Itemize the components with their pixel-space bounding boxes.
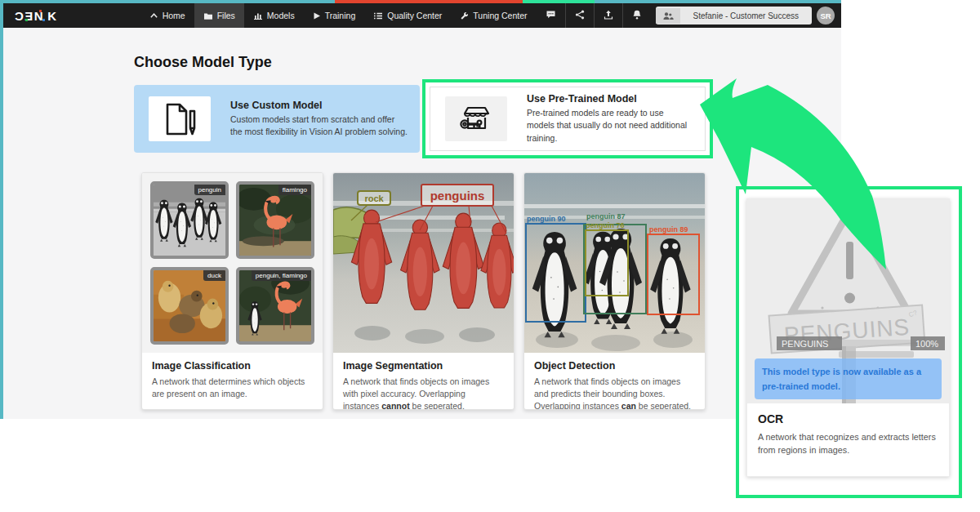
- penguins-label: penguins: [430, 189, 485, 203]
- denk-logo[interactable]: ƆƎNK: [3, 3, 69, 28]
- nav-label: Home: [163, 11, 185, 20]
- avatar[interactable]: SR: [817, 7, 835, 24]
- object-detection-card[interactable]: penguin 90 penguin 87 penguin 76 penguin…: [523, 172, 706, 410]
- nav-item-home[interactable]: Home: [140, 3, 194, 28]
- thumb-label: duck: [203, 270, 225, 281]
- classification-thumbnails: penguin flamingo: [142, 173, 323, 353]
- thumb-duck: duck: [150, 267, 229, 345]
- ocr-confidence-label: 100%: [915, 339, 938, 349]
- speech-bubble-icon: [546, 8, 556, 23]
- segmentation-desc: A network that finds objects on images w…: [343, 376, 504, 410]
- thumb-label: flamingo: [278, 185, 311, 195]
- segmentation-title: Image Segmentation: [343, 360, 504, 372]
- top-navbar: ƆƎNK Home Files Models: [3, 3, 841, 28]
- nav-label: Files: [217, 11, 235, 20]
- detection-box-label: penguin 89: [649, 225, 688, 234]
- classification-desc: A network that determines which objects …: [152, 376, 313, 400]
- ocr-desc: A network that recognizes and extracts l…: [758, 430, 938, 456]
- notifications-button[interactable]: [622, 3, 651, 28]
- logo-dot-green: [25, 19, 28, 21]
- upload-icon: [604, 8, 613, 23]
- nav-item-models[interactable]: Models: [244, 3, 304, 28]
- folder-icon: [203, 11, 213, 20]
- upload-button[interactable]: [594, 3, 622, 28]
- thumb-label: penguin: [194, 185, 225, 195]
- ocr-result-label: PENGUINS: [782, 339, 828, 349]
- thumb-flamingo: flamingo: [236, 181, 314, 259]
- nav-label: Training: [325, 11, 356, 20]
- users-icon: [656, 8, 680, 24]
- pretrained-card-title: Use Pre-Trained Model: [527, 93, 693, 105]
- custom-card-text: Use Custom Model Custom models start fro…: [230, 100, 420, 138]
- pretrained-card-desc: Pre-trained models are ready to use mode…: [527, 107, 693, 145]
- bar-chart-icon: [253, 11, 263, 20]
- use-pretrained-model-card[interactable]: Use Pre-Trained Model Pre-trained models…: [430, 87, 706, 151]
- logo-letter: K: [47, 9, 57, 23]
- wrench-icon: [460, 11, 469, 20]
- user-badge[interactable]: Stefanie - Customer Success: [656, 7, 813, 24]
- nav-item-tuning-center[interactable]: Tuning Center: [451, 3, 536, 28]
- pretrained-card-text: Use Pre-Trained Model Pre-trained models…: [527, 93, 705, 145]
- bell-icon: [632, 8, 642, 23]
- document-pencil-icon: [149, 96, 211, 141]
- thumb-penguin: penguin: [150, 181, 229, 259]
- thumb-label: penguin, flamingo: [252, 270, 311, 281]
- ocr-banner: This model type is now available as a pr…: [755, 358, 942, 399]
- segmentation-illustration: rock penguins: [333, 173, 514, 353]
- top-red-segment: [335, 0, 523, 3]
- logo-dot-red: [39, 10, 42, 12]
- detection-text: Object Detection A network that finds ob…: [524, 353, 705, 410]
- page: ƆƎNK Home Files Models: [0, 0, 980, 512]
- nav-label: Models: [267, 11, 295, 20]
- use-custom-model-card[interactable]: Use Custom Model Custom models start fro…: [134, 85, 420, 153]
- page-title: Choose Model Type: [134, 54, 272, 71]
- image-segmentation-card[interactable]: rock penguins Image Segmentation A netwo…: [332, 172, 514, 410]
- feedback-button[interactable]: [537, 3, 565, 28]
- image-classification-card[interactable]: penguin flamingo: [141, 172, 323, 410]
- ocr-illustration: PENGUINS C? PENGUINS 100% This model typ…: [747, 199, 949, 403]
- model-type-cards: penguin flamingo: [141, 172, 706, 410]
- nav-label: Tuning Center: [473, 11, 527, 20]
- ocr-highlight-box: PENGUINS C? PENGUINS 100% This model typ…: [736, 186, 962, 498]
- chevron-up-icon: [149, 11, 158, 20]
- detection-title: Object Detection: [534, 360, 695, 372]
- ocr-card[interactable]: PENGUINS C? PENGUINS 100% This model typ…: [746, 198, 950, 477]
- share-button[interactable]: [565, 3, 594, 28]
- detection-box-label: penguin 76: [586, 221, 625, 229]
- segmentation-text: Image Segmentation A network that finds …: [333, 353, 514, 410]
- detection-desc: A network that finds objects on images a…: [534, 376, 695, 410]
- nav-label: Quality Center: [387, 11, 442, 20]
- share-icon: [575, 8, 585, 23]
- logo-dot-blue: [42, 19, 45, 21]
- detection-illustration: penguin 90 penguin 87 penguin 76 penguin…: [524, 173, 705, 353]
- top-green-segment: [523, 0, 595, 3]
- detection-box-label: penguin 90: [527, 215, 566, 223]
- rock-label: rock: [364, 194, 384, 203]
- nav-item-quality-center[interactable]: Quality Center: [364, 3, 451, 28]
- play-icon: [313, 11, 321, 20]
- nav-items: Home Files Models Training Quality Cente…: [140, 3, 841, 28]
- ocr-title: OCR: [758, 412, 938, 425]
- custom-card-title: Use Custom Model: [230, 100, 408, 111]
- detection-box-label: penguin 87: [586, 212, 626, 220]
- classification-title: Image Classification: [152, 360, 313, 372]
- pretrained-highlight-box: Use Pre-Trained Model Pre-trained models…: [422, 79, 713, 158]
- custom-card-desc: Custom models start from scratch and off…: [230, 114, 408, 138]
- nav-item-training[interactable]: Training: [304, 3, 365, 28]
- list-check-icon: [373, 11, 383, 20]
- user-name: Stefanie - Customer Success: [680, 11, 813, 20]
- app-window: ƆƎNK Home Files Models: [0, 0, 841, 419]
- ocr-text: OCR A network that recognizes and extrac…: [747, 403, 949, 465]
- logo-letter: Ɔ: [15, 9, 24, 23]
- classification-text: Image Classification A network that dete…: [142, 353, 323, 400]
- shop-key-icon: [445, 96, 507, 141]
- nav-item-files[interactable]: Files: [194, 3, 244, 28]
- thumb-penguin-flamingo: penguin, flamingo: [236, 267, 314, 345]
